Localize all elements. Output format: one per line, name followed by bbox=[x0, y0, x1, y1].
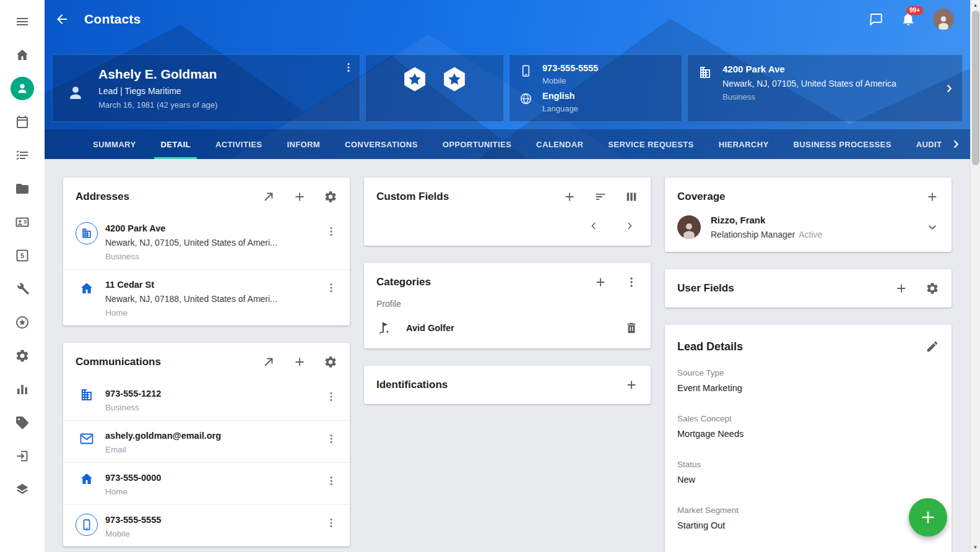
sidebar-item-contacts[interactable] bbox=[7, 76, 37, 101]
communication-type-label: Home bbox=[105, 487, 323, 496]
svg-text:5: 5 bbox=[20, 252, 24, 259]
communication-value: ashely.goldman@email.org bbox=[105, 431, 323, 441]
tab-service-requests[interactable]: SERVICE REQUESTS bbox=[596, 129, 706, 159]
sidebar-item-files[interactable] bbox=[7, 176, 37, 201]
badges-panel bbox=[365, 54, 504, 122]
tabs-overflow-button[interactable] bbox=[944, 129, 968, 159]
address-line2: Newark, NJ, 07105, United States of Amer… bbox=[105, 238, 323, 248]
dots-vertical-icon bbox=[325, 390, 337, 403]
sidebar-item-signout[interactable] bbox=[7, 444, 37, 468]
page-next-button[interactable] bbox=[623, 220, 636, 232]
sidebar-item-contact-card[interactable] bbox=[7, 210, 37, 235]
hero-phone-value: 973-555-5555 bbox=[542, 63, 598, 73]
back-button[interactable] bbox=[54, 12, 69, 27]
tab-opportunities[interactable]: OPPORTUNITIES bbox=[430, 129, 524, 159]
communication-row-menu-button[interactable] bbox=[323, 513, 340, 533]
categories-title: Categories bbox=[376, 276, 594, 288]
address-line1: 11 Cedar St bbox=[105, 280, 323, 290]
address-row-menu-button[interactable] bbox=[323, 222, 340, 241]
field-value: New bbox=[677, 475, 939, 485]
tab-calendar[interactable]: CALENDAR bbox=[524, 129, 596, 159]
categories-menu-button[interactable] bbox=[625, 275, 638, 289]
top-actions: 99+ bbox=[869, 9, 954, 30]
tab-hierarchy[interactable]: HIERARCHY bbox=[706, 129, 781, 159]
address-next-button[interactable] bbox=[942, 82, 956, 95]
page-previous-button[interactable] bbox=[588, 220, 600, 232]
address-type-label: Home bbox=[105, 308, 323, 317]
sidebar-item-analytics[interactable] bbox=[7, 377, 37, 402]
coverage-expand-button[interactable] bbox=[926, 220, 939, 234]
notifications-button[interactable]: 99+ bbox=[901, 12, 916, 27]
add-fab-button[interactable] bbox=[909, 498, 947, 537]
scrollbar-up-arrow[interactable]: ▲ bbox=[971, 0, 980, 10]
coverage-status: Active bbox=[799, 230, 822, 239]
address-row[interactable]: 4200 Park Ave Newark, NJ, 07105, United … bbox=[63, 213, 350, 269]
identifications-add-button[interactable] bbox=[625, 378, 638, 392]
address-row[interactable]: 11 Cedar St Newark, NJ, 07188, United St… bbox=[63, 269, 350, 326]
addresses-settings-button[interactable] bbox=[324, 190, 337, 204]
field-label: Sales Concept bbox=[677, 414, 939, 423]
communication-row-menu-button[interactable] bbox=[323, 429, 340, 449]
sidebar-item-layers[interactable] bbox=[7, 477, 37, 502]
sidebar-item-tasks[interactable] bbox=[7, 143, 37, 168]
communication-row[interactable]: ashely.goldman@email.org Email bbox=[63, 420, 350, 462]
column-3: Coverage Rizzo, Frank Relationship Manag… bbox=[665, 178, 952, 533]
detail-content: Addresses 4200 Park Ave Newark, bbox=[45, 159, 970, 552]
tab-inform[interactable]: INFORM bbox=[274, 129, 332, 159]
tab-activities[interactable]: ACTIVITIES bbox=[203, 129, 275, 159]
coverage-add-button[interactable] bbox=[926, 190, 939, 204]
home-icon bbox=[15, 48, 30, 63]
category-row[interactable]: Avid Golfer bbox=[364, 315, 651, 348]
user-fields-add-button[interactable] bbox=[895, 282, 908, 295]
user-avatar[interactable] bbox=[933, 9, 954, 30]
communications-open-button[interactable] bbox=[262, 355, 275, 369]
chat-icon bbox=[869, 12, 883, 27]
user-fields-settings-button[interactable] bbox=[926, 282, 939, 295]
identifications-title: Identifications bbox=[376, 379, 625, 391]
star-circle-icon bbox=[15, 315, 30, 330]
communication-row-menu-button[interactable] bbox=[323, 471, 340, 491]
communications-add-button[interactable] bbox=[293, 355, 306, 369]
column-2: Custom Fields Categories bbox=[364, 178, 651, 533]
communication-row-menu-button[interactable] bbox=[323, 387, 340, 407]
vertical-scrollbar[interactable]: ▲ ▼ bbox=[970, 0, 980, 552]
sort-icon bbox=[594, 190, 607, 204]
tab-detail[interactable]: DETAIL bbox=[148, 129, 202, 159]
communication-row[interactable]: 973-555-5555 Mobile bbox=[63, 504, 350, 546]
communications-title: Communications bbox=[76, 356, 262, 368]
bar-chart-icon bbox=[15, 382, 30, 397]
dots-vertical-icon bbox=[325, 225, 337, 238]
categories-add-button[interactable] bbox=[594, 275, 607, 289]
scrollbar-down-arrow[interactable]: ▼ bbox=[971, 542, 980, 552]
home-icon bbox=[76, 278, 105, 296]
scrollbar-thumb[interactable] bbox=[972, 11, 979, 165]
sidebar-item-featured[interactable] bbox=[7, 310, 37, 335]
tab-summary[interactable]: SUMMARY bbox=[80, 129, 148, 159]
communication-row[interactable]: 973-555-0000 Home bbox=[63, 462, 350, 504]
category-delete-button[interactable] bbox=[625, 321, 638, 335]
coverage-row[interactable]: Rizzo, Frank Relationship ManagerActive bbox=[665, 213, 952, 252]
tab-business-processes[interactable]: BUSINESS PROCESSES bbox=[781, 129, 904, 159]
lead-field: Status New bbox=[665, 460, 952, 485]
addresses-add-button[interactable] bbox=[293, 190, 306, 204]
chat-button[interactable] bbox=[869, 12, 883, 27]
communications-settings-button[interactable] bbox=[324, 355, 337, 369]
menu-button[interactable] bbox=[7, 9, 37, 34]
custom-fields-columns-button[interactable] bbox=[625, 190, 638, 204]
custom-fields-add-button[interactable] bbox=[563, 190, 576, 204]
profile-menu-button[interactable] bbox=[342, 61, 355, 74]
custom-fields-sort-button[interactable] bbox=[594, 190, 607, 204]
sidebar-item-tools[interactable] bbox=[7, 277, 37, 301]
sidebar-item-tags[interactable] bbox=[7, 410, 37, 435]
sidebar-item-settings[interactable] bbox=[7, 343, 37, 368]
plus-icon bbox=[926, 190, 939, 204]
sidebar-item-home[interactable] bbox=[7, 43, 37, 67]
communication-row[interactable]: 973-555-1212 Business bbox=[63, 379, 350, 420]
sidebar-item-five[interactable]: 5 bbox=[7, 243, 37, 268]
tab-conversations[interactable]: CONVERSATIONS bbox=[332, 129, 430, 159]
lead-details-edit-button[interactable] bbox=[926, 340, 939, 353]
sidebar-item-calendar[interactable] bbox=[7, 110, 37, 134]
addresses-open-button[interactable] bbox=[262, 190, 275, 204]
address-row-menu-button[interactable] bbox=[323, 278, 340, 298]
user-avatar-icon bbox=[935, 14, 952, 30]
